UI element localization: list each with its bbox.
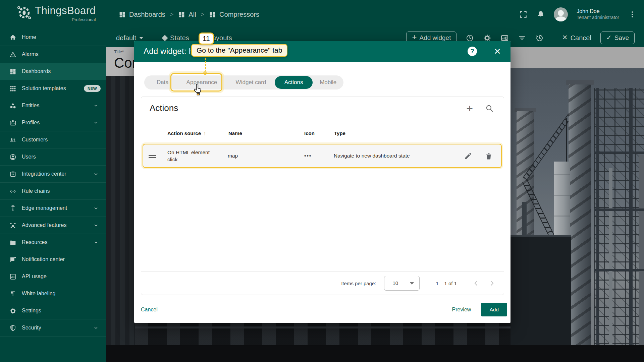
sidebar-item-notification-center[interactable]: Notification center bbox=[0, 251, 106, 268]
items-per-page-select[interactable]: 10 bbox=[384, 276, 420, 291]
sidebar-item-users[interactable]: Users bbox=[0, 148, 106, 166]
sidebar-item-security[interactable]: Security bbox=[0, 319, 106, 337]
cell-action-source: On HTML element click bbox=[167, 144, 214, 167]
states-diamond-icon bbox=[162, 35, 168, 41]
toolbar-divider bbox=[553, 32, 553, 44]
sidebar-item-solution-templates[interactable]: Solution templates NEW bbox=[0, 80, 106, 97]
title-field-value: Cor bbox=[114, 55, 135, 71]
sidebar-item-label: Edge management bbox=[22, 205, 67, 211]
version-history-icon[interactable] bbox=[535, 34, 544, 42]
page-range: 1 – 1 of 1 bbox=[436, 281, 457, 286]
sidebar-item-entities[interactable]: Entities bbox=[0, 97, 106, 114]
sidebar-item-integrations-center[interactable]: Integrations center bbox=[0, 166, 106, 183]
notifications-bell-icon[interactable] bbox=[536, 10, 545, 19]
breadcrumb: Dashboards > All > Compressors bbox=[119, 0, 259, 29]
dialog-add-button[interactable]: Add bbox=[481, 303, 507, 316]
chevron-down-icon bbox=[93, 223, 99, 228]
search-icon[interactable] bbox=[485, 104, 494, 113]
sidebar-item-edge-management[interactable]: Edge management bbox=[0, 200, 106, 217]
avatar[interactable] bbox=[554, 7, 568, 21]
dialog-cancel-button[interactable]: Cancel bbox=[141, 307, 158, 313]
tab-widget-card[interactable]: Widget card bbox=[227, 79, 275, 86]
drag-handle-icon[interactable] bbox=[149, 154, 156, 159]
sidebar-item-rule-chains[interactable]: Rule chains bbox=[0, 183, 106, 200]
previous-page-icon[interactable] bbox=[472, 279, 480, 287]
guide-tooltip: Go to the "Appearance" tab bbox=[191, 44, 287, 57]
topbar: ThingsBoard Professional Dashboards > Al… bbox=[0, 0, 644, 29]
white-labeling-icon bbox=[9, 290, 16, 297]
tab-mobile[interactable]: Mobile bbox=[313, 79, 343, 86]
logo-icon bbox=[16, 5, 32, 21]
notification-center-icon bbox=[9, 256, 16, 263]
sidebar-item-label: Profiles bbox=[22, 120, 40, 126]
filter-icon[interactable] bbox=[518, 34, 526, 42]
sidebar-item-profiles[interactable]: Profiles bbox=[0, 114, 106, 131]
sidebar-item-settings[interactable]: Settings bbox=[0, 302, 106, 319]
breadcrumb-dashboards[interactable]: Dashboards bbox=[119, 11, 165, 18]
fullscreen-icon[interactable] bbox=[519, 10, 528, 19]
kebab-menu-icon[interactable] bbox=[628, 10, 637, 19]
dashboards-icon bbox=[119, 11, 126, 18]
sidebar-item-label: Advanced features bbox=[22, 222, 66, 228]
chevron-down-icon bbox=[93, 325, 99, 330]
sidebar-item-label: Users bbox=[22, 154, 36, 160]
integrations-icon bbox=[9, 171, 16, 178]
sidebar-item-alarms[interactable]: Alarms bbox=[0, 46, 106, 63]
sidebar-item-advanced-features[interactable]: Advanced features bbox=[0, 217, 106, 234]
sidebar-item-api-usage[interactable]: API usage bbox=[0, 268, 106, 285]
tab-actions[interactable]: Actions bbox=[275, 76, 313, 89]
cell-icon: ••• bbox=[304, 144, 312, 167]
entities-icon bbox=[9, 102, 16, 109]
security-shield-icon bbox=[9, 324, 16, 331]
user-block[interactable]: John Doe Tenant administrator bbox=[577, 8, 619, 21]
chevron-down-icon bbox=[93, 205, 99, 211]
add-action-icon[interactable] bbox=[466, 104, 473, 113]
column-header-name[interactable]: Name bbox=[228, 130, 242, 136]
close-x-icon bbox=[562, 34, 567, 42]
delete-trash-icon[interactable] bbox=[485, 152, 493, 160]
alarm-icon bbox=[9, 51, 16, 58]
paginator: Items per page: 10 1 – 1 of 1 bbox=[141, 272, 504, 295]
chevron-down-icon bbox=[93, 171, 99, 177]
column-header-type[interactable]: Type bbox=[334, 130, 345, 136]
breadcrumb-separator: > bbox=[170, 11, 174, 18]
edge-management-icon bbox=[9, 205, 16, 212]
breadcrumb-label: Dashboards bbox=[129, 11, 165, 18]
chevron-down-icon bbox=[410, 282, 414, 285]
dashboard-title-field[interactable]: Title* Cor bbox=[106, 47, 135, 76]
breadcrumb-label: All bbox=[189, 11, 196, 18]
action-table-row[interactable]: On HTML element click map ••• Navigate t… bbox=[143, 144, 502, 168]
chevron-down-icon bbox=[139, 37, 143, 39]
advanced-features-icon bbox=[9, 222, 16, 229]
help-icon[interactable] bbox=[468, 47, 477, 56]
home-icon bbox=[9, 34, 16, 41]
sidebar-item-customers[interactable]: Customers bbox=[0, 131, 106, 148]
breadcrumb-label: Compressors bbox=[219, 11, 259, 18]
layout-selector-value: default bbox=[116, 34, 136, 42]
actions-panel: Actions Action source Name Icon Type On … bbox=[141, 97, 504, 295]
sidebar-item-home[interactable]: Home bbox=[0, 29, 106, 46]
column-header-action-source[interactable]: Action source bbox=[167, 130, 206, 136]
apps-icon bbox=[9, 85, 16, 92]
dialog-title: Add widget: H bbox=[144, 41, 195, 62]
column-header-icon[interactable]: Icon bbox=[304, 130, 315, 136]
edit-pencil-icon[interactable] bbox=[464, 152, 472, 160]
sidebar-item-dashboards[interactable]: Dashboards bbox=[0, 63, 106, 80]
sidebar-item-white-labeling[interactable]: White labeling bbox=[0, 285, 106, 302]
edit-cancel-label: Cancel bbox=[571, 34, 591, 42]
breadcrumb-compressors[interactable]: Compressors bbox=[209, 11, 259, 18]
chevron-down-icon bbox=[93, 240, 99, 245]
sidebar-item-resources[interactable]: Resources bbox=[0, 234, 106, 251]
rule-chains-icon bbox=[9, 188, 16, 195]
next-page-icon[interactable] bbox=[488, 279, 496, 287]
preview-button[interactable]: Preview bbox=[452, 307, 471, 313]
edit-cancel-button[interactable]: Cancel bbox=[562, 34, 591, 42]
user-name: John Doe bbox=[577, 8, 619, 15]
save-button[interactable]: Save bbox=[600, 32, 635, 44]
breadcrumb-all[interactable]: All bbox=[178, 11, 196, 18]
users-icon bbox=[9, 154, 16, 161]
thingsboard-logo[interactable]: ThingsBoard Professional bbox=[16, 5, 96, 22]
breadcrumb-separator: > bbox=[201, 11, 205, 18]
save-label: Save bbox=[614, 34, 629, 42]
close-icon[interactable] bbox=[492, 46, 503, 57]
